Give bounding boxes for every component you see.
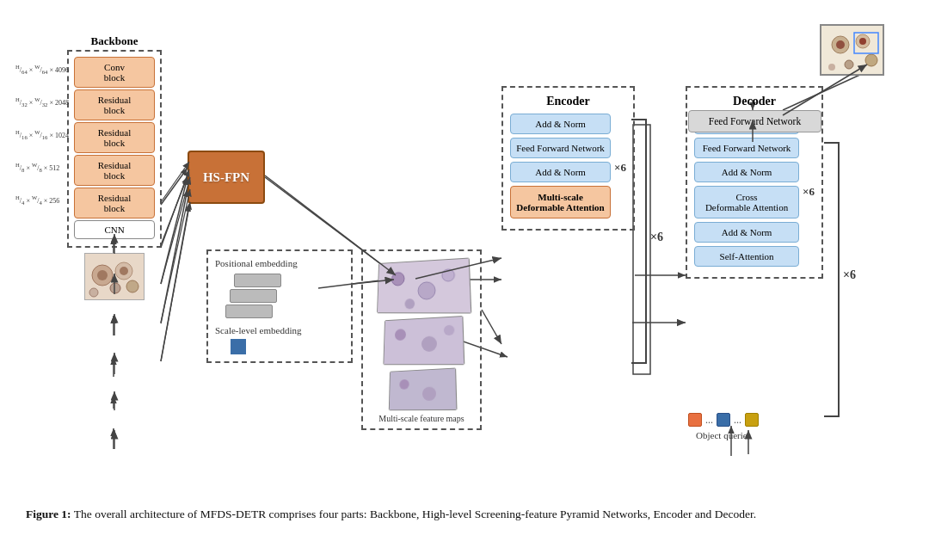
fm-stack bbox=[368, 260, 475, 410]
svg-point-49 bbox=[845, 60, 853, 69]
dec-cda: CrossDeformable Attention bbox=[694, 186, 799, 218]
svg-point-47 bbox=[859, 38, 866, 45]
caption: Figure 1: The overall architecture of MF… bbox=[26, 506, 903, 524]
svg-point-34 bbox=[442, 269, 455, 282]
gray-card-1 bbox=[234, 274, 281, 287]
svg-line-13 bbox=[161, 204, 189, 361]
bb-label-2: H/32 × W/32 × 2048 bbox=[15, 96, 69, 108]
backbone-title: Backbone bbox=[67, 34, 162, 48]
oq-orange-sq bbox=[688, 413, 702, 427]
enc-add-norm-2: Add & Norm bbox=[510, 162, 611, 182]
svg-point-32 bbox=[391, 272, 404, 286]
input-image-svg bbox=[85, 254, 145, 300]
bb-label-4: H/8 × W/8 × 512 bbox=[15, 162, 59, 173]
oq-gold-sq bbox=[745, 413, 759, 427]
svg-point-45 bbox=[836, 40, 845, 49]
gray-card-2 bbox=[230, 289, 277, 303]
svg-line-61 bbox=[161, 202, 190, 361]
svg-rect-40 bbox=[390, 368, 458, 410]
backbone-dashed: H/64 × W/64 × 4096 Convblock H/32 × W/32… bbox=[67, 50, 162, 248]
fm-card-3 bbox=[389, 367, 458, 410]
decoder-title: Decoder bbox=[694, 95, 815, 108]
oq-dots-2: ... bbox=[734, 414, 741, 427]
dec-x6-bracket bbox=[824, 142, 840, 417]
gray-stack bbox=[224, 274, 344, 318]
enc-x6-bracket bbox=[631, 119, 647, 364]
dec-add-norm-3: Add & Norm bbox=[694, 222, 799, 243]
svg-line-57 bbox=[161, 162, 189, 202]
ffn-top-label: Feed Forward Network bbox=[709, 116, 801, 126]
encoder-title: Encoder bbox=[510, 95, 626, 108]
svg-line-60 bbox=[161, 189, 190, 323]
gray-card-3 bbox=[225, 305, 273, 318]
caption-text: The overall architecture of MFDS-DETR co… bbox=[74, 508, 756, 520]
enc-row-1: Add & Norm Feed Forward Network Add & No… bbox=[510, 114, 626, 222]
output-image bbox=[820, 24, 884, 76]
conv-block: Convblock bbox=[74, 57, 155, 88]
enc-x6-text: ×6 bbox=[650, 231, 663, 244]
dec-x6-text: ×6 bbox=[843, 268, 856, 282]
encoder-container: Encoder Add & Norm Feed Forward Network … bbox=[501, 86, 635, 231]
svg-line-10 bbox=[161, 176, 188, 245]
oq-row: ... ... bbox=[688, 413, 759, 427]
dec-add-norm-2: Add & Norm bbox=[694, 162, 799, 182]
bb-label-3: H/16 × W/16 × 1024 bbox=[15, 129, 69, 140]
dec-x6-label: ×6 bbox=[803, 185, 815, 199]
svg-point-33 bbox=[418, 282, 435, 300]
dec-self-attn: Self-Attention bbox=[694, 246, 799, 267]
svg-point-48 bbox=[865, 54, 877, 66]
cnn-block: CNN bbox=[74, 220, 155, 239]
enc-mda: Multi-scaleDeformable Attention bbox=[510, 186, 611, 218]
residual-block-4: Residualblock bbox=[74, 188, 155, 218]
svg-line-12 bbox=[161, 189, 188, 323]
oq-dots-1: ... bbox=[705, 414, 713, 427]
svg-line-59 bbox=[161, 177, 190, 284]
ffn-top-block: Feed Forward Network bbox=[688, 110, 821, 132]
bb-label-1: H/64 × W/64 × 4096 bbox=[15, 64, 69, 75]
bb-label-5: H/4 × W/4 × 256 bbox=[15, 194, 59, 206]
svg-line-9 bbox=[161, 168, 188, 205]
svg-line-11 bbox=[161, 177, 188, 284]
svg-line-65 bbox=[482, 310, 501, 344]
residual-block-1: Residualblock bbox=[74, 89, 155, 120]
residual-block-3: Residualblock bbox=[74, 155, 155, 186]
object-queries-container: ... ... Object queries bbox=[688, 413, 759, 440]
oq-label: Object queries bbox=[696, 430, 751, 440]
positional-embedding-label: Positional embedding bbox=[215, 258, 344, 268]
page: Backbone H/64 × W/64 × 4096 Convblock H/… bbox=[0, 0, 929, 541]
output-image-svg bbox=[821, 26, 884, 76]
fm-card-1 bbox=[377, 258, 471, 314]
enc-add-norm-1: Add & Norm bbox=[510, 114, 611, 134]
input-image-backbone bbox=[84, 253, 145, 300]
backbone-container: Backbone H/64 × W/64 × 4096 Convblock H/… bbox=[67, 34, 162, 300]
svg-point-27 bbox=[120, 267, 128, 275]
svg-point-29 bbox=[110, 283, 120, 293]
enc-ffn: Feed Forward Network bbox=[510, 138, 611, 158]
blue-square bbox=[231, 339, 246, 354]
hsfpn-block: HS-FPN bbox=[188, 151, 265, 204]
residual-block-2: Residualblock bbox=[74, 122, 155, 153]
feature-maps-container: Multi-scale feature maps bbox=[361, 249, 482, 430]
oq-blue-sq bbox=[717, 413, 730, 427]
dec-ffn: Feed Forward Network bbox=[694, 138, 799, 158]
svg-point-25 bbox=[97, 270, 108, 280]
hsfpn-label: HS-FPN bbox=[203, 170, 249, 185]
scale-level-label: Scale-level embedding bbox=[215, 325, 344, 335]
enc-x6-label: ×6 bbox=[614, 161, 626, 175]
svg-point-50 bbox=[828, 64, 835, 71]
embedding-container: Positional embedding Scale-level embeddi… bbox=[206, 249, 353, 363]
svg-line-58 bbox=[161, 169, 189, 248]
figure-label: Figure 1: bbox=[26, 508, 71, 520]
svg-point-28 bbox=[126, 280, 138, 292]
diagram-area: Backbone H/64 × W/64 × 4096 Convblock H/… bbox=[26, 17, 903, 499]
dec-row-1: Add & Norm Feed Forward Network Add & No… bbox=[694, 114, 815, 270]
fm-card-2 bbox=[383, 316, 464, 365]
svg-point-30 bbox=[89, 288, 98, 297]
feature-maps-label: Multi-scale feature maps bbox=[368, 414, 475, 423]
